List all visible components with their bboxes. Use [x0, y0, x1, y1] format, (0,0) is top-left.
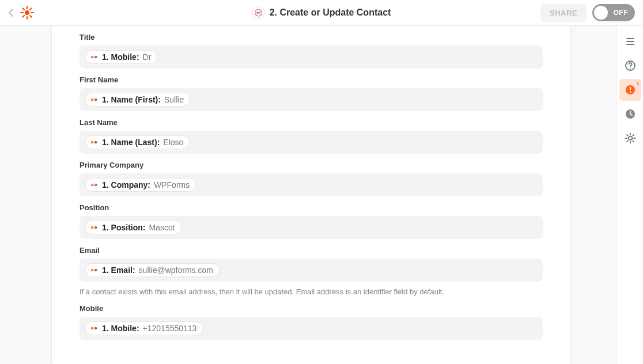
- pill-value: +12015550113: [143, 324, 197, 333]
- pill-value: Mascot: [149, 223, 175, 232]
- pill-key: 1. Position:: [102, 223, 145, 232]
- svg-rect-1: [27, 6, 28, 9]
- mapped-value-pill[interactable]: 1. Mobile: +12015550113: [85, 321, 203, 335]
- field-input[interactable]: 1. Mobile: +12015550113: [80, 317, 543, 340]
- svg-point-52: [629, 92, 630, 93]
- outline-button[interactable]: [619, 31, 641, 52]
- alert-badge: 1: [636, 81, 639, 86]
- field-input[interactable]: 1. Name (First): Sullie: [80, 88, 543, 111]
- source-app-icon: [89, 324, 99, 333]
- svg-point-34: [95, 227, 96, 227]
- svg-rect-40: [89, 324, 99, 333]
- share-button[interactable]: SHARE: [540, 4, 587, 22]
- source-app-icon: [89, 52, 99, 62]
- svg-rect-6: [22, 15, 25, 18]
- svg-point-17: [94, 98, 97, 101]
- field-input[interactable]: 1. Mobile: Dr: [80, 46, 543, 69]
- svg-rect-2: [27, 16, 28, 20]
- mapped-value-pill[interactable]: 1. Company: WPForms: [85, 178, 196, 192]
- pill-key: 1. Company:: [102, 180, 150, 189]
- svg-point-27: [94, 184, 97, 186]
- svg-rect-15: [89, 95, 99, 104]
- svg-line-61: [627, 141, 628, 142]
- form-field: Mobile1. Mobile: +12015550113: [80, 304, 543, 340]
- mapped-value-pill[interactable]: 1. Name (Last): Eloso: [85, 135, 190, 149]
- svg-point-26: [91, 184, 93, 186]
- svg-rect-10: [89, 52, 99, 62]
- form-field: Primary Company1. Company: WPForms: [80, 161, 543, 196]
- toggle-knob: [594, 6, 608, 20]
- settings-button[interactable]: [619, 127, 641, 149]
- field-input[interactable]: 1. Name (Last): Eloso: [80, 131, 543, 154]
- help-button[interactable]: [619, 55, 641, 77]
- form-field: Email1. Email: sullie@wpforms.comIf a co…: [80, 246, 543, 297]
- field-label: Mobile: [80, 304, 543, 313]
- svg-point-43: [92, 328, 92, 328]
- step-panel: Title1. Mobile: DrFirst Name1. Name (Fir…: [52, 26, 570, 364]
- pill-value: Dr: [143, 52, 152, 62]
- field-label: Title: [80, 33, 543, 41]
- pill-value: WPForms: [154, 180, 190, 189]
- svg-rect-25: [89, 180, 99, 189]
- field-input[interactable]: 1. Position: Mascot: [80, 216, 543, 239]
- field-input[interactable]: 1. Company: WPForms: [80, 173, 543, 196]
- form-field: First Name1. Name (First): Sullie: [80, 75, 543, 111]
- field-label: Position: [80, 203, 543, 212]
- app-icon: [252, 6, 265, 19]
- svg-rect-8: [29, 15, 33, 18]
- svg-point-12: [94, 56, 97, 58]
- svg-point-31: [91, 226, 93, 229]
- svg-point-32: [94, 226, 97, 229]
- svg-point-44: [95, 328, 96, 328]
- toggle-label: OFF: [614, 9, 629, 17]
- svg-point-14: [95, 56, 96, 57]
- svg-point-28: [92, 184, 92, 185]
- field-help-text: If a contact exists with this email addr…: [80, 287, 543, 297]
- svg-point-54: [628, 136, 631, 140]
- top-bar: 2. Create or Update Contact SHARE OFF: [0, 0, 643, 26]
- form-field: Title1. Mobile: Dr: [80, 33, 543, 69]
- svg-point-21: [91, 141, 93, 143]
- right-rail: 1: [616, 26, 643, 364]
- source-app-icon: [89, 223, 99, 232]
- back-button[interactable]: [8, 8, 14, 17]
- svg-rect-5: [29, 7, 33, 11]
- svg-rect-3: [20, 12, 24, 13]
- svg-point-49: [630, 68, 631, 69]
- svg-point-13: [92, 56, 92, 57]
- svg-line-62: [633, 135, 634, 136]
- mapped-value-pill[interactable]: 1. Position: Mascot: [85, 221, 181, 234]
- field-input[interactable]: 1. Email: sullie@wpforms.com: [80, 259, 543, 282]
- mapped-value-pill[interactable]: 1. Name (First): Sullie: [85, 93, 190, 107]
- svg-point-42: [94, 327, 97, 329]
- svg-point-29: [95, 184, 96, 185]
- zapier-logo-icon: [20, 5, 35, 20]
- field-label: Email: [80, 246, 543, 255]
- svg-point-36: [91, 269, 93, 271]
- page-title: 2. Create or Update Contact: [270, 7, 391, 18]
- pill-value: Sullie: [164, 95, 184, 104]
- svg-point-37: [94, 269, 97, 271]
- source-app-icon: [89, 138, 99, 147]
- source-app-icon: [89, 95, 99, 104]
- svg-point-39: [95, 270, 96, 270]
- mapped-value-pill[interactable]: 1. Email: sullie@wpforms.com: [85, 263, 220, 277]
- svg-point-22: [94, 141, 97, 143]
- pill-value: sullie@wpforms.com: [139, 266, 213, 275]
- mapped-value-pill[interactable]: 1. Mobile: Dr: [85, 50, 157, 64]
- svg-point-38: [92, 270, 92, 270]
- pill-key: 1. Name (First):: [102, 95, 161, 104]
- svg-line-60: [633, 141, 634, 142]
- form-field: Last Name1. Name (Last): Eloso: [80, 118, 543, 154]
- svg-rect-30: [89, 223, 99, 232]
- field-label: Primary Company: [80, 161, 543, 169]
- pill-key: 1. Name (Last):: [102, 138, 160, 147]
- alerts-button[interactable]: 1: [619, 79, 641, 101]
- source-app-icon: [89, 266, 99, 275]
- publish-toggle[interactable]: OFF: [592, 4, 635, 21]
- source-app-icon: [89, 180, 99, 189]
- history-button[interactable]: [619, 103, 641, 125]
- svg-point-18: [92, 99, 92, 100]
- svg-rect-7: [22, 7, 25, 11]
- svg-rect-20: [89, 138, 99, 147]
